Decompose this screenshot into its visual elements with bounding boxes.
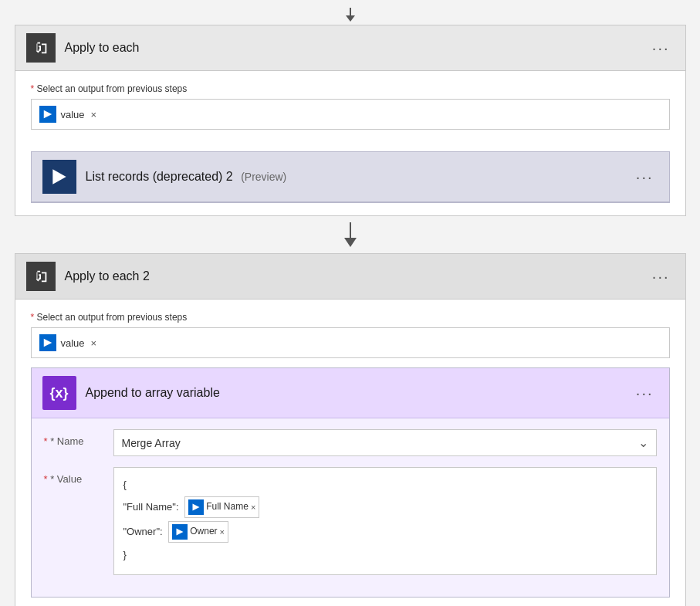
apply-to-each-1-title: Apply to each bbox=[65, 41, 648, 55]
name-select-value: Merge Array bbox=[122, 437, 181, 449]
main-container: Apply to each ··· * Select an output fro… bbox=[15, 8, 686, 606]
list-records-icon bbox=[42, 160, 76, 194]
svg-marker-3 bbox=[52, 169, 66, 185]
append-to-array-body: * * Name Merge Array ⌄ * bbox=[32, 418, 669, 597]
name-label: * * Name bbox=[44, 429, 113, 447]
svg-marker-1 bbox=[346, 15, 355, 22]
apply-to-each-2-icon bbox=[26, 262, 56, 291]
svg-marker-5 bbox=[193, 504, 200, 511]
svg-marker-6 bbox=[177, 528, 184, 535]
middle-arrow-connector bbox=[344, 216, 357, 253]
token-label-2: value bbox=[59, 337, 86, 349]
apply-to-each-1-icon bbox=[26, 33, 56, 63]
owner-token-remove[interactable]: × bbox=[220, 527, 225, 537]
full-name-token: Full Name × bbox=[184, 496, 259, 518]
owner-prefix: "Owner": bbox=[123, 523, 163, 540]
apply-to-each-2-card: Apply to each 2 ··· * Select an output f… bbox=[15, 253, 686, 606]
token-icon-2 bbox=[39, 334, 56, 351]
loop-icon-2 bbox=[32, 268, 49, 285]
owner-token: Owner × bbox=[168, 521, 228, 543]
full-name-token-icon bbox=[188, 499, 204, 515]
svg-marker-4 bbox=[43, 339, 52, 347]
name-row: * * Name Merge Array ⌄ bbox=[44, 429, 657, 456]
list-records-card: List records (deprecated) 2 (Preview) ··… bbox=[31, 151, 670, 203]
owner-token-icon bbox=[172, 524, 188, 540]
token-label-1: value bbox=[59, 109, 86, 120]
apply-to-each-2-header: Apply to each 2 ··· bbox=[15, 254, 685, 300]
select-output-label-2: * Select an output from previous steps bbox=[31, 312, 670, 323]
append-to-array-card: {x} Append to array variable ··· * * Nam… bbox=[31, 367, 670, 598]
value-close-brace: } bbox=[123, 546, 127, 564]
list-records-more-button[interactable]: ··· bbox=[631, 165, 658, 189]
value-line-1: { bbox=[123, 476, 647, 493]
append-to-array-more-button[interactable]: ··· bbox=[631, 381, 658, 405]
name-field-content: Merge Array ⌄ bbox=[113, 429, 657, 456]
select-output-label-1: * Select an output from previous steps bbox=[31, 83, 670, 94]
owner-token-label: Owner bbox=[190, 523, 217, 540]
name-chevron-icon: ⌄ bbox=[638, 435, 648, 450]
token-remove-1[interactable]: × bbox=[90, 109, 99, 120]
value-open-brace: { bbox=[123, 476, 127, 493]
svg-marker-2 bbox=[43, 110, 52, 119]
value-line-2: "Full Name": Full Name bbox=[123, 496, 647, 518]
token-icon-1 bbox=[39, 106, 56, 123]
value-row: * * Value { "Full Name": bbox=[44, 467, 657, 575]
apply-to-each-1-more-button[interactable]: ··· bbox=[648, 36, 675, 60]
nested-area-1: List records (deprecated) 2 (Preview) ··… bbox=[15, 142, 685, 215]
name-select[interactable]: Merge Array ⌄ bbox=[113, 429, 657, 456]
list-records-title: List records (deprecated) 2 (Preview) bbox=[86, 170, 631, 184]
value-token-2: value × bbox=[39, 333, 99, 353]
value-label: * * Value bbox=[44, 467, 113, 485]
append-icon-text: {x} bbox=[49, 385, 68, 401]
value-line-4: } bbox=[123, 546, 647, 564]
token-input-1[interactable]: value × bbox=[31, 99, 670, 130]
token-remove-2[interactable]: × bbox=[90, 337, 99, 349]
full-name-token-label: Full Name bbox=[206, 499, 249, 516]
loop-icon bbox=[32, 39, 49, 56]
append-to-array-title: Append to array variable bbox=[86, 386, 631, 400]
apply-to-each-1-header: Apply to each ··· bbox=[15, 25, 685, 71]
value-editor[interactable]: { "Full Name": bbox=[113, 467, 657, 575]
append-to-array-header: {x} Append to array variable ··· bbox=[32, 368, 669, 418]
top-arrow-connector bbox=[343, 8, 358, 23]
full-name-prefix: "Full Name": bbox=[123, 498, 179, 516]
value-field-content: { "Full Name": bbox=[113, 467, 657, 575]
value-token-1: value × bbox=[39, 104, 99, 124]
value-line-3: "Owner": Owner bbox=[123, 521, 647, 543]
apply-to-each-1-card: Apply to each ··· * Select an output fro… bbox=[15, 25, 686, 216]
full-name-token-remove[interactable]: × bbox=[251, 503, 255, 512]
apply-to-each-2-more-button[interactable]: ··· bbox=[648, 265, 675, 289]
apply-to-each-1-body: * Select an output from previous steps v… bbox=[15, 71, 685, 142]
append-to-array-icon: {x} bbox=[42, 376, 76, 410]
list-records-header: List records (deprecated) 2 (Preview) ··… bbox=[32, 152, 669, 202]
apply-to-each-2-body: * Select an output from previous steps v… bbox=[15, 300, 685, 606]
apply-to-each-2-title: Apply to each 2 bbox=[65, 269, 648, 283]
token-input-2[interactable]: value × bbox=[31, 327, 670, 358]
